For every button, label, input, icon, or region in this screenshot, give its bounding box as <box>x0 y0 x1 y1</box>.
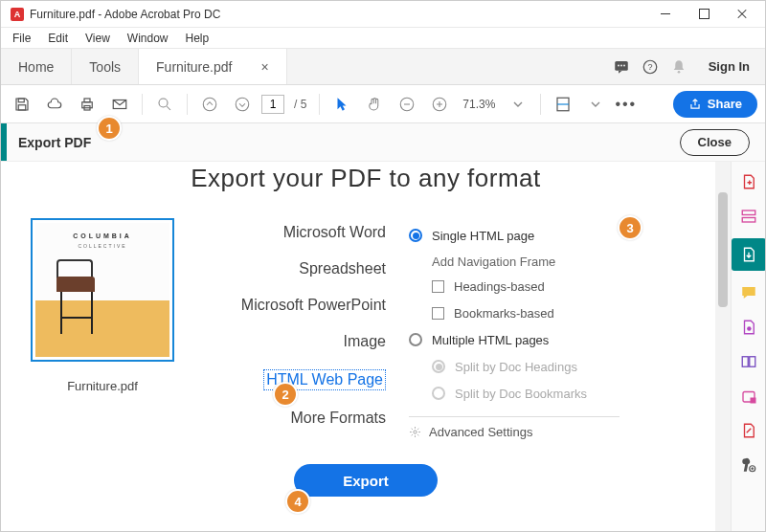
window-title: Furniture.pdf - Adobe Acrobat Pro DC <box>30 8 220 21</box>
html-options: Single HTML page Add Navigation Frame He… <box>401 218 715 439</box>
rail-combine-icon[interactable] <box>738 206 759 227</box>
svg-rect-10 <box>84 99 90 102</box>
annotation-badge-3: 3 <box>618 215 642 240</box>
nav-frame-title: Add Navigation Frame <box>401 249 715 273</box>
menu-help[interactable]: Help <box>178 30 217 47</box>
format-more[interactable]: More Formats <box>290 410 386 427</box>
document-tabs: Home Tools Furniture.pdf × ? Sign In <box>1 49 765 85</box>
format-list: Microsoft Word Spreadsheet Microsoft Pow… <box>204 218 386 439</box>
zoom-level[interactable]: 71.3% <box>459 98 499 111</box>
format-word[interactable]: Microsoft Word <box>283 224 386 241</box>
option-headings-based[interactable]: Headings-based <box>401 273 715 299</box>
option-multiple-html[interactable]: Multiple HTML pages <box>401 326 715 353</box>
menu-view[interactable]: View <box>78 30 118 47</box>
tab-document[interactable]: Furniture.pdf × <box>139 49 287 84</box>
zoom-dropdown-icon[interactable] <box>505 91 531 118</box>
svg-point-14 <box>203 98 216 111</box>
minimize-button[interactable] <box>646 1 685 28</box>
document-preview: COLUMBIA COLLECTIVE Furniture.pdf <box>16 218 189 439</box>
option-bookmarks-based[interactable]: Bookmarks-based <box>401 299 715 326</box>
checkbox-icon <box>432 307 444 320</box>
menu-bar: File Edit View Window Help <box>1 28 765 49</box>
print-icon[interactable] <box>74 91 101 118</box>
format-spreadsheet[interactable]: Spreadsheet <box>299 260 386 277</box>
svg-rect-7 <box>18 99 24 102</box>
help-icon[interactable]: ? <box>636 49 665 84</box>
rail-sign-icon[interactable] <box>738 420 759 441</box>
bell-icon[interactable] <box>665 49 693 84</box>
thumb-brand1: COLUMBIA <box>35 233 169 239</box>
mail-icon[interactable] <box>106 91 133 118</box>
svg-rect-20 <box>742 211 755 215</box>
tab-home[interactable]: Home <box>1 49 72 84</box>
cloud-icon[interactable] <box>41 91 68 118</box>
svg-point-1 <box>618 64 620 66</box>
rail-more-tools-icon[interactable] <box>738 454 759 476</box>
svg-rect-26 <box>750 398 755 404</box>
svg-rect-24 <box>749 357 755 367</box>
menu-edit[interactable]: Edit <box>40 30 76 47</box>
vertical-scrollbar[interactable] <box>715 162 731 531</box>
page-up-icon[interactable] <box>196 91 223 118</box>
scrollbar-thumb[interactable] <box>718 192 728 307</box>
svg-rect-8 <box>18 104 26 109</box>
chat-icon[interactable] <box>607 49 636 84</box>
more-tools-icon[interactable]: ••• <box>615 96 637 113</box>
svg-point-22 <box>747 326 752 331</box>
rail-organize-icon[interactable] <box>738 317 759 338</box>
save-icon[interactable] <box>9 91 35 118</box>
zoom-out-icon[interactable] <box>394 91 420 118</box>
rail-edit-icon[interactable] <box>738 351 759 372</box>
gear-icon <box>409 426 421 438</box>
svg-text:?: ? <box>647 62 652 72</box>
option-single-html[interactable]: Single HTML page <box>401 222 715 249</box>
title-bar: A Furniture.pdf - Adobe Acrobat Pro DC <box>1 1 765 28</box>
document-thumbnail[interactable]: COLUMBIA COLLECTIVE <box>31 218 174 362</box>
rail-protect-icon[interactable] <box>738 386 759 407</box>
pointer-icon[interactable] <box>328 91 355 118</box>
page-total-label: / 5 <box>290 98 310 111</box>
menu-window[interactable]: Window <box>120 30 176 47</box>
thumb-brand2: COLLECTIVE <box>35 243 169 249</box>
fit-dropdown-icon[interactable] <box>582 91 609 118</box>
share-button[interactable]: Share <box>673 91 757 118</box>
share-icon <box>688 98 702 111</box>
page-number-input[interactable] <box>261 95 284 114</box>
format-powerpoint[interactable]: Microsoft PowerPoint <box>241 297 386 314</box>
rail-export-pdf-icon[interactable] <box>732 238 766 271</box>
search-icon[interactable] <box>151 91 178 118</box>
format-image[interactable]: Image <box>344 333 386 350</box>
rail-create-pdf-icon[interactable] <box>738 171 759 192</box>
menu-file[interactable]: File <box>5 30 38 47</box>
panel-label: Export PDF <box>7 135 91 150</box>
svg-point-2 <box>620 64 622 66</box>
close-window-button[interactable] <box>723 1 761 28</box>
zoom-in-icon[interactable] <box>426 91 453 118</box>
share-label: Share <box>708 97 742 111</box>
tab-tools[interactable]: Tools <box>72 49 139 84</box>
split-headings-label: Split by Doc Headings <box>455 360 577 374</box>
sign-in-button[interactable]: Sign In <box>693 49 765 84</box>
svg-point-3 <box>623 64 625 66</box>
advanced-settings[interactable]: Advanced Settings <box>401 425 715 439</box>
maximize-button[interactable] <box>685 1 723 28</box>
radio-off-icon <box>409 333 422 346</box>
radio-disabled-icon <box>432 360 445 373</box>
tab-close-icon[interactable]: × <box>260 59 268 75</box>
chair-illustration <box>51 259 104 336</box>
divider <box>409 416 620 417</box>
headings-label: Headings-based <box>454 279 545 294</box>
svg-rect-21 <box>742 218 755 223</box>
close-panel-button[interactable]: Close <box>680 129 750 156</box>
thumbnail-label: Furniture.pdf <box>67 379 138 393</box>
option-multiple-label: Multiple HTML pages <box>432 333 549 347</box>
hand-icon[interactable] <box>361 91 388 118</box>
svg-rect-23 <box>742 357 748 367</box>
export-panel: Export your PDF to any format COLUMBIA C… <box>1 162 731 531</box>
fit-width-icon[interactable] <box>550 91 576 118</box>
svg-rect-9 <box>82 101 93 107</box>
page-down-icon[interactable] <box>229 91 256 118</box>
panel-title: Export your PDF to any format <box>1 164 731 193</box>
export-button[interactable]: Export <box>294 464 438 497</box>
rail-comment-icon[interactable] <box>738 282 759 303</box>
